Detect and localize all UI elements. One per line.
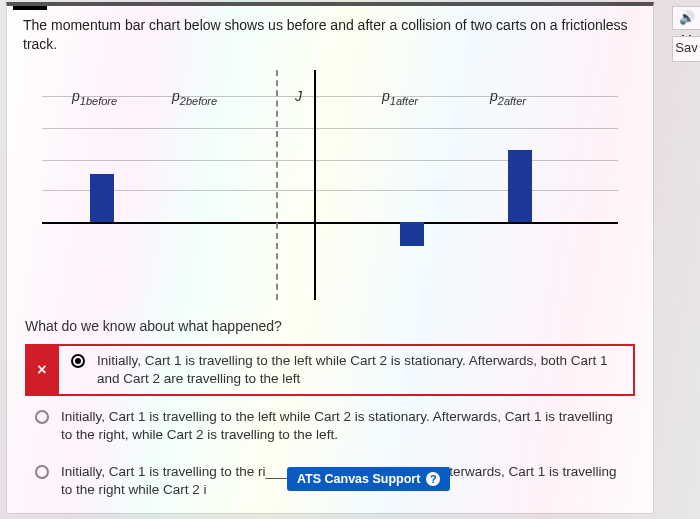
option-2[interactable]: Initially, Cart 1 is travelling to the l… <box>25 402 635 450</box>
incorrect-badge: × <box>25 344 59 396</box>
question-card: The momentum bar chart below shows us be… <box>6 2 654 514</box>
radio-icon <box>71 354 85 368</box>
support-label: ATS Canvas Support <box>297 472 420 486</box>
option-text: Initially, Cart 1 is travelling to the l… <box>97 352 625 388</box>
grid-line <box>42 96 618 97</box>
before-after-divider <box>276 70 278 300</box>
bar-p1-before <box>90 174 114 222</box>
radio-icon <box>35 465 49 479</box>
radio-col <box>33 463 51 479</box>
save-button[interactable]: Sav <box>672 36 700 62</box>
option-text: Initially, Cart 1 is travelling to the l… <box>61 408 627 444</box>
option-4[interactable]: Initially, Cart 1 is travelling to the r… <box>25 511 635 514</box>
label-p2-after: p2after <box>490 88 526 107</box>
bar-p1-after <box>400 222 424 246</box>
card-tab <box>13 4 47 10</box>
grid-line <box>42 128 618 129</box>
help-icon: ? <box>426 472 440 486</box>
label-p1-after: p1after <box>382 88 418 107</box>
radio-col <box>69 352 87 368</box>
bar-p2-after <box>508 150 532 222</box>
prompt-text: The momentum bar chart below shows us be… <box>23 16 637 54</box>
radio-icon <box>35 410 49 424</box>
support-widget[interactable]: ATS Canvas Support ? <box>287 467 450 491</box>
label-p1-before: p1before <box>72 88 117 107</box>
question-text: What do we know about what happened? <box>25 318 635 334</box>
zero-axis <box>42 222 618 224</box>
label-p2-before: p2before <box>172 88 217 107</box>
radio-col <box>33 408 51 424</box>
j-axis-line <box>314 70 316 300</box>
momentum-bar-chart: p1before p2before J p1after p2after <box>24 60 636 310</box>
option-1[interactable]: × Initially, Cart 1 is travelling to the… <box>25 344 635 396</box>
label-j: J <box>295 88 302 104</box>
sound-icon[interactable]: 🔊 M <box>672 6 700 30</box>
